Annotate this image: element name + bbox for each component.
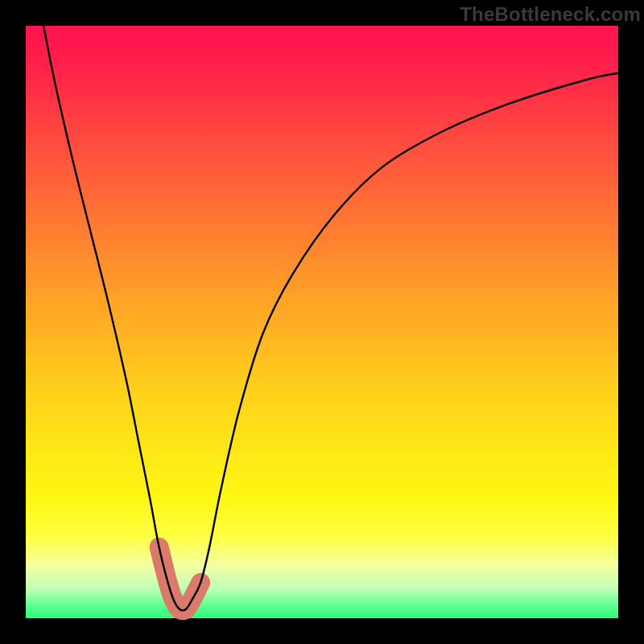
curve-line — [43, 26, 618, 610]
plot-area — [26, 26, 618, 618]
chart-svg — [26, 26, 618, 618]
watermark-text: TheBottleneck.com — [460, 3, 641, 26]
marker-region — [159, 547, 201, 611]
